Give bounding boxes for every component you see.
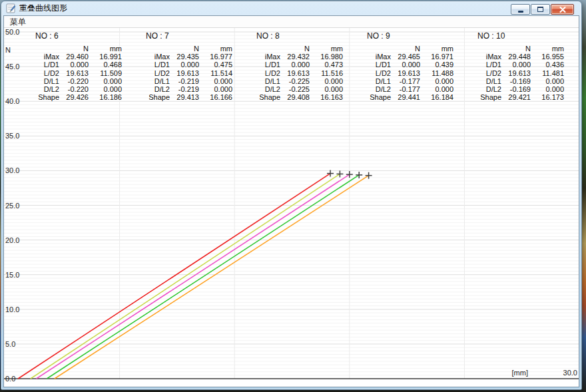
stat-row: L/D219.61311.514	[141, 69, 240, 77]
stat-row: L/D10.0000.439	[362, 61, 461, 69]
table-column-headers: Nmm	[30, 45, 130, 53]
stat-row: iMax29.46516.971	[362, 53, 461, 61]
table-title: NO : 8	[251, 31, 351, 45]
stat-table: NO : 10NmmiMax29.44816.955L/D10.0000.436…	[472, 31, 572, 101]
stat-row: Shape29.40816.163	[251, 93, 351, 101]
y-tick-label: 40.0	[5, 98, 19, 105]
stat-row: Shape29.44116.184	[362, 93, 461, 101]
y-tick-label: 25.0	[5, 202, 19, 210]
maximize-icon	[537, 7, 543, 12]
table-title: NO : 9	[362, 31, 461, 45]
y-tick-label: 45.0	[5, 63, 19, 71]
table-title: NO : 10	[472, 31, 572, 45]
y-axis-unit-label: N	[5, 46, 11, 54]
table-column-headers: Nmm	[251, 45, 351, 53]
stat-row: D/L2-0.1690.000	[472, 85, 572, 93]
stat-row: D/L2-0.2190.000	[141, 85, 240, 93]
close-icon	[559, 7, 566, 13]
titlebar[interactable]: 重叠曲线图形	[3, 1, 579, 15]
stat-row: D/L1-0.1770.000	[362, 77, 461, 85]
x-axis-max-label: 30.0	[563, 369, 577, 377]
stat-row: D/L1-0.1690.000	[472, 77, 572, 85]
y-tick-label: 0.0	[5, 375, 15, 383]
curve-line	[18, 174, 330, 379]
table-column-headers: Nmm	[362, 45, 461, 53]
table-column-headers: Nmm	[472, 45, 572, 53]
curve-end-marker	[346, 171, 353, 178]
table-title: NO : 6	[30, 31, 130, 45]
chart-area: N 50.045.040.035.030.025.020.015.010.05.…	[4, 28, 579, 387]
maximize-button[interactable]	[531, 4, 550, 15]
stat-row: iMax29.44816.955	[472, 53, 572, 61]
y-tick-label: 30.0	[5, 167, 19, 174]
stat-row: D/L2-0.1770.000	[362, 85, 461, 93]
stat-row: iMax29.43516.977	[141, 53, 240, 61]
y-tick-label: 50.0	[5, 29, 19, 36]
stat-row: D/L2-0.2250.000	[251, 85, 351, 93]
y-tick-label: 20.0	[5, 237, 19, 244]
y-tick-label: 5.0	[5, 341, 15, 348]
stat-row: Shape29.42116.173	[472, 93, 572, 101]
stat-row: L/D219.61311.509	[30, 69, 130, 77]
y-tick-label: 10.0	[5, 306, 19, 313]
stat-row: Shape29.41316.166	[141, 93, 240, 101]
minimize-button[interactable]	[511, 4, 530, 15]
stat-row: L/D219.61311.488	[362, 69, 461, 77]
y-tick-label: 35.0	[5, 132, 19, 140]
stat-row: L/D10.0000.475	[141, 61, 240, 69]
app-window: 重叠曲线图形 菜单 N 50.045.040.035.030.	[1, 1, 582, 390]
menu-item[interactable]: 菜单	[4, 17, 30, 27]
table-column-headers: Nmm	[141, 45, 240, 53]
close-button[interactable]	[551, 4, 574, 15]
stat-row: D/L1-0.2200.000	[30, 77, 130, 85]
window-controls	[511, 4, 574, 15]
stat-row: L/D10.0000.473	[251, 61, 351, 69]
stat-row: L/D10.0000.436	[472, 61, 572, 69]
table-title: NO : 7	[141, 31, 240, 45]
stat-table: NO : 9NmmiMax29.46516.971L/D10.0000.439L…	[362, 31, 461, 101]
stat-row: L/D219.61311.516	[251, 69, 351, 77]
stat-row: D/L1-0.2250.000	[251, 77, 351, 85]
window-body: 菜单 N 50.045.040.035.030.025.020.015.010.…	[3, 15, 579, 387]
app-icon	[6, 3, 16, 13]
stat-table: NO : 7NmmiMax29.43516.977L/D10.0000.475L…	[141, 31, 240, 101]
curve-end-marker	[336, 170, 343, 177]
menu-bar: 菜单	[4, 16, 579, 28]
stat-row: iMax29.43216.980	[251, 53, 351, 61]
minimize-icon	[518, 11, 523, 13]
curve-end-marker	[327, 170, 334, 177]
stat-table: NO : 6NmmiMax29.46016.991L/D10.0000.468L…	[30, 31, 130, 101]
x-axis-unit-label: [mm]	[512, 369, 528, 377]
curve-line	[31, 174, 340, 379]
stat-row: L/D219.61311.481	[472, 69, 572, 77]
stat-table: NO : 8NmmiMax29.43216.980L/D10.0000.473L…	[251, 31, 351, 101]
stat-row: D/L2-0.2200.000	[30, 85, 130, 93]
stat-row: Shape29.42616.186	[30, 93, 130, 101]
y-tick-label: 15.0	[5, 272, 19, 279]
stat-row: iMax29.46016.991	[30, 53, 130, 61]
window-title: 重叠曲线图形	[19, 3, 67, 14]
stat-row: L/D10.0000.468	[30, 61, 130, 69]
stat-row: D/L1-0.2190.000	[141, 77, 240, 85]
curve-line	[55, 176, 369, 379]
